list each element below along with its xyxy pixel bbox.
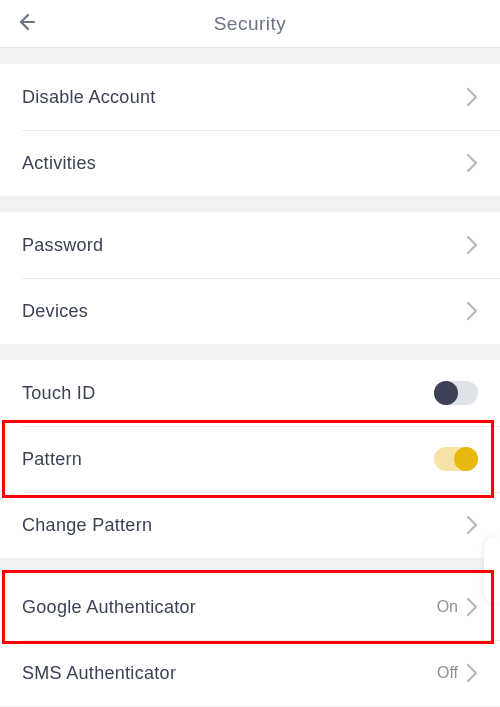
row-password[interactable]: Password: [0, 212, 500, 278]
row-label: Change Pattern: [22, 515, 152, 536]
chevron-right-icon: [466, 515, 478, 535]
row-label: Touch ID: [22, 383, 95, 404]
row-value: On: [437, 598, 458, 616]
settings-group: Touch ID Pattern Change Pattern: [0, 360, 500, 558]
back-arrow-icon: [14, 10, 38, 38]
row-label: Google Authenticator: [22, 597, 196, 618]
chevron-right-icon: [466, 235, 478, 255]
row-label: Activities: [22, 153, 96, 174]
chevron-right-icon: [466, 153, 478, 173]
toggle-knob: [454, 447, 478, 471]
row-label: Pattern: [22, 449, 82, 470]
row-change-pattern[interactable]: Change Pattern: [0, 492, 500, 558]
row-sms-authenticator[interactable]: SMS Authenticator Off: [0, 640, 500, 706]
chevron-right-icon: [466, 301, 478, 321]
row-google-authenticator[interactable]: Google Authenticator On: [0, 574, 500, 640]
chevron-right-icon: [466, 663, 478, 683]
edge-handle[interactable]: [484, 537, 500, 603]
row-label: Disable Account: [22, 87, 156, 108]
toggle-knob: [434, 381, 458, 405]
settings-group: Disable Account Activities: [0, 64, 500, 196]
chevron-right-icon: [466, 87, 478, 107]
chevron-right-icon: [466, 597, 478, 617]
header: Security: [0, 0, 500, 48]
row-label: SMS Authenticator: [22, 663, 176, 684]
back-button[interactable]: [14, 0, 38, 48]
page-title: Security: [214, 13, 287, 35]
settings-group: Google Authenticator On SMS Authenticato…: [0, 574, 500, 706]
row-label: Devices: [22, 301, 88, 322]
row-pattern[interactable]: Pattern: [0, 426, 500, 492]
toggle-pattern[interactable]: [434, 447, 478, 471]
row-devices[interactable]: Devices: [0, 278, 500, 344]
row-activities[interactable]: Activities: [0, 130, 500, 196]
row-value: Off: [437, 664, 458, 682]
toggle-touch-id[interactable]: [434, 381, 478, 405]
row-touch-id[interactable]: Touch ID: [0, 360, 500, 426]
row-label: Password: [22, 235, 103, 256]
row-disable-account[interactable]: Disable Account: [0, 64, 500, 130]
settings-group: Password Devices: [0, 212, 500, 344]
